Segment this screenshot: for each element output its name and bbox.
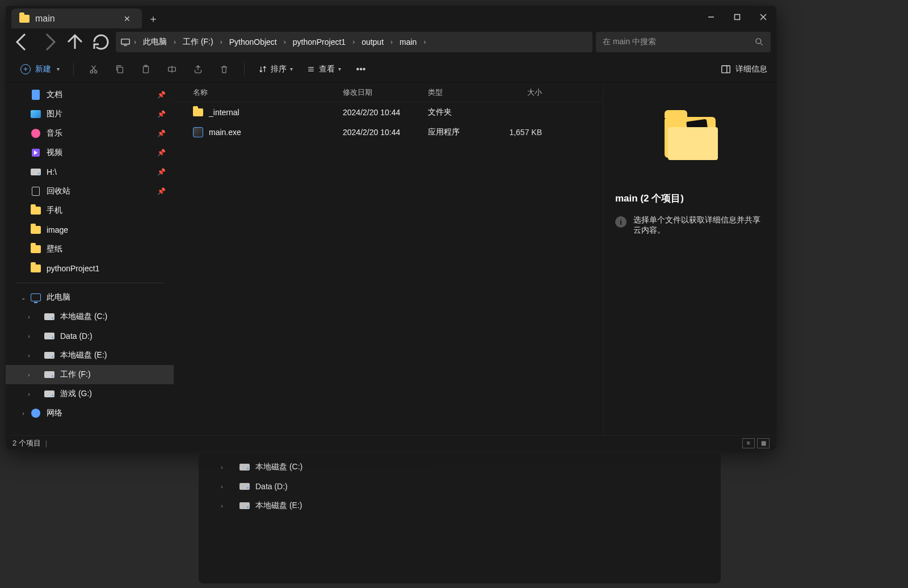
col-type[interactable]: 类型: [428, 87, 499, 98]
new-button[interactable]: + 新建 ▾: [15, 61, 65, 78]
col-name[interactable]: 名称: [185, 87, 343, 98]
status-text: 2 个项目: [12, 438, 41, 448]
cut-button[interactable]: [82, 59, 106, 79]
sidebar-item[interactable]: H:\📌: [6, 162, 174, 182]
chevron-down-icon: ▾: [338, 66, 341, 72]
breadcrumb-seg[interactable]: 工作 (F:): [179, 35, 217, 49]
sort-label: 排序: [271, 64, 287, 74]
chevron-right-icon[interactable]: ›: [25, 333, 33, 339]
view-button[interactable]: 查看 ▾: [301, 61, 347, 78]
chevron-right-icon[interactable]: ›: [25, 372, 33, 378]
sidebar-item-drive[interactable]: ›本地磁盘 (E:): [199, 496, 721, 515]
sidebar-item-drive[interactable]: ›游戏 (G:): [6, 384, 174, 404]
chevron-right-icon[interactable]: ›: [133, 38, 137, 46]
pin-icon: 📌: [157, 187, 166, 195]
col-date[interactable]: 修改日期: [343, 87, 428, 98]
table-row[interactable]: _internal2024/2/20 10:44文件夹: [174, 102, 603, 122]
svg-rect-11: [144, 66, 149, 73]
details-label: 详细信息: [735, 64, 767, 74]
chevron-right-icon[interactable]: ›: [389, 38, 394, 46]
disk-icon: [239, 462, 250, 472]
sidebar-item-drive[interactable]: ›本地磁盘 (C:): [199, 457, 721, 477]
sidebar-item-label: 壁纸: [47, 244, 62, 254]
folder-icon: [193, 108, 203, 116]
file-date: 2024/2/20 10:44: [343, 108, 428, 117]
sidebar-item-label: 游戏 (G:): [60, 389, 92, 399]
background-explorer-window: ›本地磁盘 (C:)›Data (D:)›本地磁盘 (E:): [199, 453, 721, 583]
chevron-right-icon[interactable]: ›: [25, 352, 33, 359]
sidebar-item-network[interactable]: ›网络: [6, 404, 174, 423]
details-pane-toggle[interactable]: 详细信息: [721, 64, 767, 74]
chevron-right-icon[interactable]: ›: [219, 38, 224, 46]
chevron-right-icon[interactable]: ›: [218, 464, 226, 471]
sidebar-item-drive[interactable]: ›本地磁盘 (E:): [6, 346, 174, 365]
chevron-down-icon[interactable]: ⌄: [19, 295, 27, 301]
minimize-button[interactable]: [698, 6, 724, 28]
file-type: 文件夹: [428, 107, 499, 117]
chevron-right-icon[interactable]: ›: [283, 38, 287, 46]
new-tab-button[interactable]: ＋: [142, 9, 165, 28]
sidebar-item[interactable]: 回收站📌: [6, 182, 174, 201]
sort-button[interactable]: 排序 ▾: [253, 61, 299, 78]
chevron-right-icon[interactable]: ›: [422, 38, 427, 46]
chevron-right-icon[interactable]: ›: [19, 410, 27, 417]
close-button[interactable]: [750, 6, 776, 28]
breadcrumb-seg[interactable]: pythonProject1: [289, 35, 349, 49]
chevron-right-icon[interactable]: ›: [218, 484, 226, 490]
share-button[interactable]: [186, 59, 210, 79]
sidebar-item-drive[interactable]: ›本地磁盘 (C:): [6, 307, 174, 326]
sidebar-item[interactable]: 壁纸: [6, 240, 174, 259]
folder-icon: [31, 225, 41, 235]
sidebar-item[interactable]: 音乐📌: [6, 124, 174, 143]
sidebar-item[interactable]: 文档📌: [6, 85, 174, 104]
back-button[interactable]: [11, 32, 34, 52]
chevron-right-icon[interactable]: ›: [351, 38, 356, 46]
refresh-button[interactable]: [90, 32, 112, 52]
breadcrumb-seg[interactable]: 此电脑: [140, 35, 170, 49]
chevron-right-icon[interactable]: ›: [25, 391, 33, 397]
disk-icon: [44, 312, 54, 322]
tab-close-button[interactable]: ✕: [120, 14, 134, 23]
up-button[interactable]: [64, 32, 86, 52]
breadcrumb-seg[interactable]: PythonObject: [226, 35, 280, 49]
delete-button[interactable]: [212, 59, 236, 79]
table-row[interactable]: main.exe2024/2/20 10:44应用程序1,657 KB: [174, 122, 603, 142]
folder-icon: [31, 205, 41, 216]
more-button[interactable]: •••: [349, 59, 373, 79]
navbar: › 此电脑 › 工作 (F:) › PythonObject › pythonP…: [6, 28, 776, 56]
pc-icon: [31, 292, 41, 303]
breadcrumb-seg[interactable]: output: [358, 35, 387, 49]
separator: [244, 63, 245, 75]
copy-button[interactable]: [108, 59, 132, 79]
maximize-button[interactable]: [724, 6, 750, 28]
address-bar[interactable]: › 此电脑 › 工作 (F:) › PythonObject › pythonP…: [116, 32, 592, 52]
sidebar-item-drive[interactable]: ›Data (D:): [199, 477, 721, 496]
folder-thumbnail: [665, 117, 716, 158]
breadcrumb-seg[interactable]: main: [396, 35, 420, 49]
sidebar-item-this-pc[interactable]: ⌄此电脑: [6, 288, 174, 307]
search-input[interactable]: 在 main 中搜索: [596, 32, 771, 52]
svg-rect-10: [117, 67, 123, 73]
view-icon: [306, 65, 316, 74]
view-details-toggle[interactable]: ≡: [742, 438, 755, 448]
explorer-body: 文档📌图片📌音乐📌视频📌H:\📌回收站📌手机image壁纸pythonProje…: [6, 83, 776, 435]
sidebar-item[interactable]: 视频📌: [6, 143, 174, 162]
chevron-right-icon[interactable]: ›: [173, 38, 177, 46]
chevron-right-icon[interactable]: ›: [25, 314, 33, 320]
rename-button[interactable]: [160, 59, 184, 79]
disk-icon: [31, 167, 41, 177]
chevron-right-icon[interactable]: ›: [218, 503, 226, 509]
paste-button[interactable]: [134, 59, 158, 79]
sidebar-item-drive[interactable]: ›工作 (F:): [6, 365, 174, 384]
tab-main[interactable]: main ✕: [11, 9, 142, 28]
forward-button[interactable]: [37, 32, 60, 52]
sidebar[interactable]: 文档📌图片📌音乐📌视频📌H:\📌回收站📌手机image壁纸pythonProje…: [6, 83, 174, 435]
sidebar-item[interactable]: pythonProject1: [6, 259, 174, 278]
sidebar-item[interactable]: 手机: [6, 201, 174, 220]
col-size[interactable]: 大小: [499, 87, 550, 98]
sidebar-item[interactable]: 图片📌: [6, 104, 174, 124]
view-grid-toggle[interactable]: ▦: [757, 438, 770, 448]
sidebar-item-drive[interactable]: ›Data (D:): [6, 326, 174, 346]
chevron-down-icon: ▾: [57, 66, 60, 72]
sidebar-item[interactable]: image: [6, 220, 174, 240]
